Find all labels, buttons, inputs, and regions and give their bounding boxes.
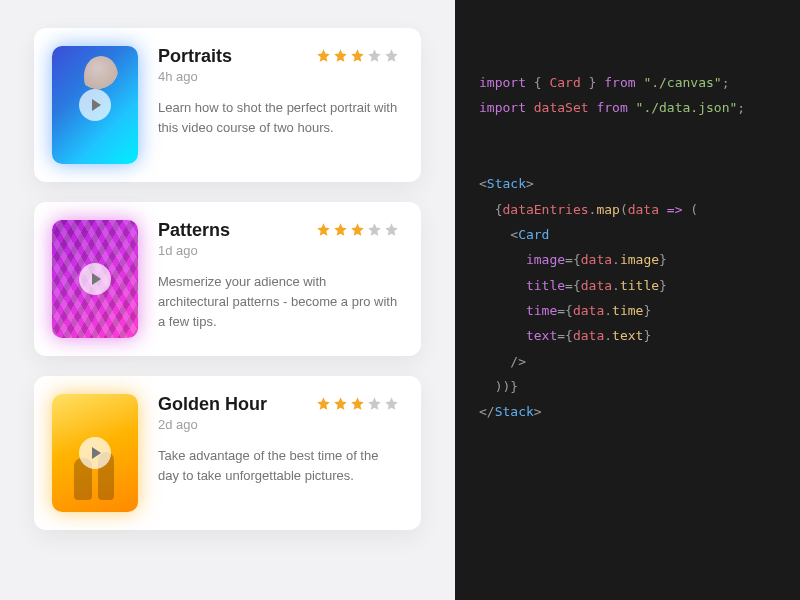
- star-filled-icon[interactable]: [333, 396, 348, 411]
- code-line: </Stack>: [479, 399, 776, 424]
- code-line: import { Card } from "./canvas";: [479, 70, 776, 95]
- star-filled-icon[interactable]: [350, 222, 365, 237]
- course-card[interactable]: Portraits4h agoLearn how to shot the per…: [34, 28, 421, 182]
- card-head: Patterns: [158, 220, 399, 241]
- play-icon[interactable]: [79, 263, 111, 295]
- course-card[interactable]: Golden Hour2d agoTake advantage of the b…: [34, 376, 421, 530]
- card-text: Take advantage of the best time of the d…: [158, 446, 399, 486]
- code-pane: import { Card } from "./canvas";import d…: [455, 0, 800, 600]
- code-line: import dataSet from "./data.json";: [479, 95, 776, 120]
- rating-stars[interactable]: [316, 222, 399, 237]
- card-head: Portraits: [158, 46, 399, 67]
- card-time: 2d ago: [158, 417, 399, 432]
- thumb-patterns[interactable]: [52, 220, 138, 338]
- card-text: Learn how to shot the perfect portrait w…: [158, 98, 399, 138]
- card-list: Portraits4h agoLearn how to shot the per…: [0, 0, 455, 600]
- play-icon[interactable]: [79, 437, 111, 469]
- star-filled-icon[interactable]: [316, 222, 331, 237]
- code-line: {dataEntries.map(data => (: [479, 197, 776, 222]
- star-empty-icon[interactable]: [384, 48, 399, 63]
- card-title: Golden Hour: [158, 394, 267, 415]
- star-empty-icon[interactable]: [367, 48, 382, 63]
- card-time: 4h ago: [158, 69, 399, 84]
- card-text: Mesmerize your adience with architectura…: [158, 272, 399, 332]
- code-line: ))}: [479, 374, 776, 399]
- code-line: title={data.title}: [479, 273, 776, 298]
- play-icon[interactable]: [79, 89, 111, 121]
- thumb-golden-hour[interactable]: [52, 394, 138, 512]
- code-line: <Card: [479, 222, 776, 247]
- star-filled-icon[interactable]: [333, 222, 348, 237]
- rating-stars[interactable]: [316, 396, 399, 411]
- card-body: Golden Hour2d agoTake advantage of the b…: [158, 394, 399, 512]
- star-filled-icon[interactable]: [350, 396, 365, 411]
- code-line: time={data.time}: [479, 298, 776, 323]
- star-filled-icon[interactable]: [350, 48, 365, 63]
- star-filled-icon[interactable]: [316, 396, 331, 411]
- card-title: Patterns: [158, 220, 230, 241]
- card-head: Golden Hour: [158, 394, 399, 415]
- star-filled-icon[interactable]: [316, 48, 331, 63]
- card-body: Portraits4h agoLearn how to shot the per…: [158, 46, 399, 164]
- thumb-portraits[interactable]: [52, 46, 138, 164]
- code-line: <Stack>: [479, 171, 776, 196]
- card-title: Portraits: [158, 46, 232, 67]
- star-empty-icon[interactable]: [367, 222, 382, 237]
- card-body: Patterns1d agoMesmerize your adience wit…: [158, 220, 399, 338]
- star-empty-icon[interactable]: [367, 396, 382, 411]
- rating-stars[interactable]: [316, 48, 399, 63]
- code-line: />: [479, 349, 776, 374]
- star-empty-icon[interactable]: [384, 222, 399, 237]
- card-time: 1d ago: [158, 243, 399, 258]
- course-card[interactable]: Patterns1d agoMesmerize your adience wit…: [34, 202, 421, 356]
- star-filled-icon[interactable]: [333, 48, 348, 63]
- code-line: image={data.image}: [479, 247, 776, 272]
- star-empty-icon[interactable]: [384, 396, 399, 411]
- code-line: text={data.text}: [479, 323, 776, 348]
